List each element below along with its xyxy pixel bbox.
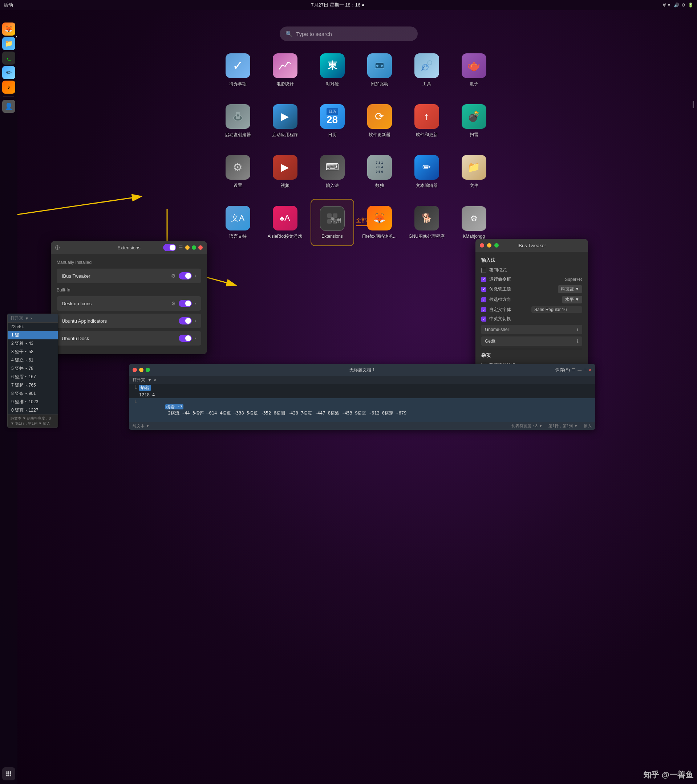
app-label-extensions: Extensions — [321, 234, 343, 239]
app-text-editor[interactable]: ✏ 文本编辑器 — [405, 148, 449, 195]
app-todo[interactable]: ✓ 待办事项 — [216, 46, 260, 94]
autocomplete-item-10[interactable]: 0 竖直 ~.1227 — [8, 406, 58, 415]
ibus-row-command: ✓ 运行命令框 Super+R — [481, 276, 582, 282]
autocomplete-item-9[interactable]: 9 竖排 ~.1023 — [8, 398, 58, 406]
gedit2-min-btn[interactable] — [139, 368, 144, 372]
ibus-night-checkbox[interactable] — [481, 268, 486, 273]
app-update[interactable]: ↑ 软件和更新 — [405, 97, 449, 145]
app-video[interactable]: ▶ 视频 — [263, 148, 307, 195]
autocomplete-item-2[interactable]: 2 竖着 ~.43 — [8, 339, 58, 348]
dock-system[interactable]: 👤 — [2, 100, 15, 113]
app-teapot[interactable]: 🫖 瓜子 — [452, 46, 496, 94]
ext-ibus-gear-icon[interactable]: ⚙ — [171, 273, 176, 279]
app-tools[interactable]: 工具 — [405, 46, 449, 94]
tab-all[interactable]: 全部 — [356, 217, 367, 226]
dock-terminal[interactable]: ›_ — [2, 51, 15, 64]
app-software[interactable]: ⟳ 软件更新器 — [358, 97, 401, 145]
ext-appindicators-toggle[interactable] — [179, 317, 192, 324]
autocomplete-item-6[interactable]: 6 竖眉 ~.167 — [8, 373, 58, 381]
gedit2-toolbar-close[interactable]: × — [154, 378, 156, 382]
ibus-switch-checkbox[interactable]: ✓ — [481, 316, 486, 321]
dock-editor[interactable]: ✏ — [2, 66, 15, 79]
dock-firefox[interactable]: 🦊 — [2, 23, 15, 36]
app-sudoku[interactable]: 7 1 12 6 49 5 6 数独 — [358, 148, 401, 195]
ext-ubuntu-dock-toggle[interactable] — [179, 334, 192, 342]
scroll-indicator[interactable] — [693, 101, 694, 108]
autocomplete-item-8[interactable]: 8 竖条 ~.901 — [8, 389, 58, 398]
activities-label[interactable]: 活动 — [3, 2, 13, 8]
tab-common[interactable]: 常用 — [330, 217, 342, 226]
extensions-menu-icon[interactable]: ☰ — [178, 245, 183, 250]
ext-ubuntu-dock-arrow-icon[interactable]: › — [195, 336, 196, 341]
gedit2-max-icon[interactable]: □ — [584, 368, 586, 372]
app-files[interactable]: 📁 文件 — [452, 148, 496, 195]
gedit2-close-btn[interactable] — [132, 368, 137, 372]
autocomplete-item-5[interactable]: 5 竖井 ~.78 — [8, 364, 58, 373]
ibus-gedit-info-icon[interactable]: ℹ — [577, 339, 578, 344]
gedit2-toolbar-dropdown[interactable]: ▼ — [147, 378, 152, 382]
app-driver[interactable]: 附加驱动 — [358, 46, 401, 94]
app-label-text-editor: 文本编辑器 — [416, 183, 438, 189]
search-bar[interactable]: 🔍 Type to search — [280, 26, 418, 41]
ibus-font-checkbox[interactable]: ✓ — [481, 307, 486, 312]
app-power[interactable]: 电源统计 — [263, 46, 307, 94]
app-solitaire[interactable]: ♠A AisleRiot接龙游戏 — [263, 199, 307, 246]
ext-appindicators-arrow-icon[interactable]: › — [195, 318, 196, 323]
gedit2-save-btn[interactable]: 保存(S) — [555, 367, 570, 373]
gedit2-max-btn[interactable] — [145, 368, 150, 372]
ext-desktop-gear-icon[interactable]: ⚙ — [171, 301, 176, 306]
dock-rhythmbox[interactable]: ♪ — [2, 81, 15, 94]
ext-desktop-arrow-icon[interactable]: › — [195, 301, 196, 306]
ibus-row-theme: ✓ 仿微软主题 科技蓝 ▼ — [481, 285, 582, 293]
app-calendar[interactable]: 日历 28 日历 — [311, 97, 354, 145]
ibus-theme-checkbox[interactable]: ✓ — [481, 287, 486, 292]
ext-ibus-toggle[interactable] — [179, 272, 192, 280]
ibus-font-field[interactable]: Sans Regular 16 — [531, 306, 582, 313]
ibus-gnome-info-icon[interactable]: ℹ — [577, 327, 578, 332]
tray-icons[interactable]: 单▼ 🔊 ⚙ 🔋 — [662, 2, 694, 8]
autocomplete-menu-btn[interactable]: ▼ — [25, 316, 29, 321]
autocomplete-item-1[interactable]: 1 竖 — [8, 331, 58, 339]
autocomplete-close-btn[interactable]: × — [30, 316, 32, 321]
extensions-maximize-button[interactable] — [192, 245, 196, 250]
autocomplete-open-btn[interactable]: 打开(0) — [10, 315, 23, 321]
gedit2-open-btn[interactable]: 打开(0) — [132, 377, 145, 382]
app-icon-text-editor: ✏ — [415, 155, 439, 180]
ibus-minimize-button[interactable] — [487, 243, 491, 247]
driver-icon — [372, 58, 387, 73]
extensions-global-toggle[interactable] — [163, 244, 176, 251]
search-input[interactable]: Type to search — [296, 31, 412, 37]
extensions-minimize-button[interactable] — [185, 245, 190, 250]
ibus-close-button[interactable] — [480, 243, 484, 247]
app-icon-startup: ▶ — [273, 104, 297, 129]
app-usb[interactable]: 启动盘创建器 — [216, 97, 260, 145]
app-input[interactable]: ⌨ 输入法 — [311, 148, 354, 195]
app-settings[interactable]: ⚙ 设置 — [216, 148, 260, 195]
app-startup[interactable]: ▶ 启动应用程序 — [263, 97, 307, 145]
dock-apps-button[interactable] — [2, 767, 15, 781]
app-scanner[interactable]: 💣 扫雷 — [452, 97, 496, 145]
autocomplete-item-3[interactable]: 3 竖子 ~.58 — [8, 348, 58, 356]
gedit2-menu-icon[interactable]: ☰ — [572, 368, 575, 372]
dock-files[interactable]: 📁 — [2, 37, 15, 50]
gedit2-text-2[interactable]: 横着 ~3 2横流 ~44 3横评 ~014 4横道 ~338 5横逆 ~352… — [139, 399, 406, 422]
ibus-command-checkbox[interactable]: ✓ — [481, 277, 486, 282]
gedit2-close-icon[interactable]: ✕ — [588, 368, 592, 372]
gedit2-min-icon[interactable]: — — [578, 368, 581, 372]
gedit2-text-1[interactable]: 炳着 — [139, 385, 151, 391]
app-gimp[interactable]: 🐕 GNU图像处理程序 — [405, 199, 449, 246]
ibus-direction-checkbox[interactable]: ✓ — [481, 297, 486, 302]
ibus-direction-dropdown[interactable]: 水平 ▼ — [562, 296, 582, 303]
ext-desktop-toggle[interactable] — [179, 300, 192, 307]
autocomplete-item-7[interactable]: 7 竖起 ~.765 — [8, 381, 58, 389]
autocomplete-item-4[interactable]: 4 竖立 ~.61 — [8, 356, 58, 364]
app-mahjong[interactable]: 東 对对碰 — [311, 46, 354, 94]
ibus-theme-dropdown[interactable]: 科技蓝 ▼ — [558, 285, 582, 293]
ext-ibus-arrow-icon[interactable]: › — [195, 273, 196, 278]
ibus-font-label: 自定义字体 — [489, 307, 511, 313]
extensions-close-button[interactable] — [198, 245, 203, 250]
gedit2-status-mode: 插入 — [584, 423, 592, 429]
ibus-maximize-button[interactable] — [494, 243, 499, 247]
app-language[interactable]: 文A 语言支持 — [216, 199, 260, 246]
extensions-info-button[interactable]: ℹ — [55, 245, 59, 250]
